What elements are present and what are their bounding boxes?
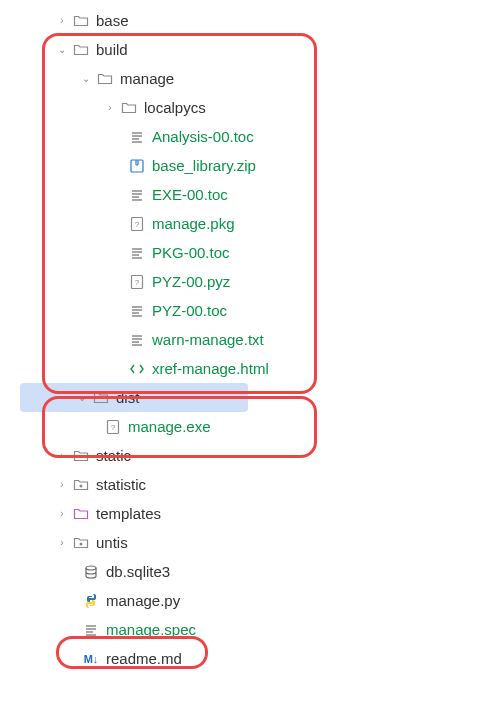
tree-label: manage.py (106, 592, 180, 609)
tree-item-exe-toc[interactable]: EXE-00.toc (0, 180, 503, 209)
chevron-down-icon: ⌄ (76, 392, 88, 403)
tree-label: base (96, 12, 129, 29)
tree-item-manage-spec[interactable]: manage.spec (0, 615, 503, 644)
database-icon (82, 563, 100, 581)
tree-item-dist[interactable]: ⌄dist (20, 383, 248, 412)
chevron-right-icon: › (56, 508, 68, 519)
svg-text:?: ? (135, 278, 140, 287)
folder-icon (92, 389, 110, 407)
tree-label: build (96, 41, 128, 58)
tree-label: templates (96, 505, 161, 522)
tree-item-xref-html[interactable]: xref-manage.html (0, 354, 503, 383)
tree-label: static (96, 447, 131, 464)
file-tree: ›base ⌄build ⌄manage ›localpycs Analysis… (0, 0, 503, 673)
html-file-icon (128, 360, 146, 378)
tree-label: EXE-00.toc (152, 186, 228, 203)
tree-label: xref-manage.html (152, 360, 269, 377)
chevron-right-icon: › (56, 450, 68, 461)
text-file-icon (128, 302, 146, 320)
tree-label: warn-manage.txt (152, 331, 264, 348)
tree-item-untis[interactable]: ›untis (0, 528, 503, 557)
tree-label: untis (96, 534, 128, 551)
tree-label: manage.pkg (152, 215, 235, 232)
unknown-file-icon: ? (104, 418, 122, 436)
text-file-icon (82, 621, 100, 639)
package-icon (72, 476, 90, 494)
chevron-right-icon: › (56, 479, 68, 490)
text-file-icon (128, 244, 146, 262)
chevron-down-icon: ⌄ (80, 73, 92, 84)
svg-point-9 (86, 566, 96, 570)
tree-item-manage-py[interactable]: manage.py (0, 586, 503, 615)
tree-item-statistic[interactable]: ›statistic (0, 470, 503, 499)
tree-item-localpycs[interactable]: ›localpycs (0, 93, 503, 122)
unknown-file-icon: ? (128, 273, 146, 291)
svg-point-8 (80, 542, 83, 545)
tree-label: PKG-00.toc (152, 244, 230, 261)
folder-icon (72, 41, 90, 59)
unknown-file-icon: ? (128, 215, 146, 233)
svg-point-7 (80, 484, 83, 487)
tree-item-pyz-toc[interactable]: PYZ-00.toc (0, 296, 503, 325)
tree-item-build[interactable]: ⌄build (0, 35, 503, 64)
package-icon (72, 534, 90, 552)
text-file-icon (128, 128, 146, 146)
text-file-icon (128, 331, 146, 349)
svg-text:?: ? (135, 220, 140, 229)
tree-item-db-sqlite3[interactable]: db.sqlite3 (0, 557, 503, 586)
tree-label: PYZ-00.toc (152, 302, 227, 319)
tree-label: manage (120, 70, 174, 87)
svg-rect-0 (131, 160, 143, 172)
folder-icon (72, 505, 90, 523)
tree-item-pkg-toc[interactable]: PKG-00.toc (0, 238, 503, 267)
tree-label: Analysis-00.toc (152, 128, 254, 145)
chevron-right-icon: › (104, 102, 116, 113)
tree-label: statistic (96, 476, 146, 493)
folder-icon (72, 12, 90, 30)
folder-icon (96, 70, 114, 88)
tree-item-warn-txt[interactable]: warn-manage.txt (0, 325, 503, 354)
tree-label: localpycs (144, 99, 206, 116)
chevron-right-icon: › (56, 15, 68, 26)
tree-item-templates[interactable]: ›templates (0, 499, 503, 528)
folder-icon (120, 99, 138, 117)
markdown-icon: M↓ (82, 650, 100, 668)
tree-item-analysis-toc[interactable]: Analysis-00.toc (0, 122, 503, 151)
tree-label: db.sqlite3 (106, 563, 170, 580)
tree-item-manage-pkg[interactable]: ?manage.pkg (0, 209, 503, 238)
tree-item-base-library-zip[interactable]: base_library.zip (0, 151, 503, 180)
tree-item-readme-md[interactable]: M↓readme.md (0, 644, 503, 673)
text-file-icon (128, 186, 146, 204)
tree-item-manage-folder[interactable]: ⌄manage (0, 64, 503, 93)
folder-icon (72, 447, 90, 465)
archive-icon (128, 157, 146, 175)
tree-label: readme.md (106, 650, 182, 667)
tree-item-static[interactable]: ›static (0, 441, 503, 470)
tree-label: base_library.zip (152, 157, 256, 174)
tree-label: manage.exe (128, 418, 211, 435)
svg-text:?: ? (111, 423, 116, 432)
chevron-right-icon: › (56, 537, 68, 548)
tree-label: PYZ-00.pyz (152, 273, 230, 290)
tree-label: dist (116, 389, 139, 406)
tree-item-manage-exe[interactable]: ?manage.exe (0, 412, 503, 441)
chevron-down-icon: ⌄ (56, 44, 68, 55)
tree-item-pyz-pyz[interactable]: ?PYZ-00.pyz (0, 267, 503, 296)
python-icon (82, 592, 100, 610)
tree-label: manage.spec (106, 621, 196, 638)
tree-item-base[interactable]: ›base (0, 6, 503, 35)
